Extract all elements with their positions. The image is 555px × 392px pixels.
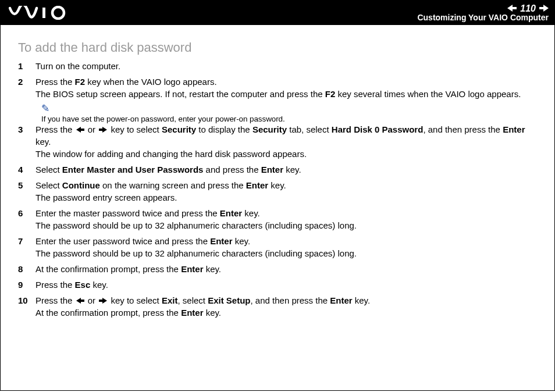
instruction-list: 1Turn on the computer.2Press the F2 key …: [18, 60, 536, 319]
note-block: ✎If you have set the power-on password, …: [18, 104, 536, 123]
note-text: If you have set the power-on password, e…: [41, 115, 536, 123]
page-title: To add the hard disk password: [18, 40, 536, 55]
instruction-step: 7Enter the user password twice and press…: [18, 235, 536, 259]
step-number: 7: [18, 235, 35, 247]
step-number: 10: [18, 294, 35, 307]
step-text: Enter the master password twice and pres…: [35, 207, 536, 231]
instruction-step: 9Press the Esc key.: [18, 279, 536, 291]
section-label: Customizing Your VAIO Computer: [417, 13, 549, 22]
instruction-step: 6Enter the master password twice and pre…: [18, 207, 536, 231]
page-number: 110: [520, 3, 536, 14]
svg-point-1: [52, 7, 64, 19]
pencil-icon: ✎: [41, 104, 536, 115]
step-number: 8: [18, 263, 35, 275]
vaio-logo: [9, 6, 73, 20]
step-number: 9: [18, 279, 35, 291]
step-text: Select Continue on the warning screen an…: [35, 179, 536, 204]
instruction-step: 1Turn on the computer.: [18, 60, 536, 72]
step-number: 6: [18, 207, 35, 219]
instruction-step: 2Press the F2 key when the VAIO logo app…: [18, 76, 536, 100]
instruction-step: 4Select Enter Master and User Passwords …: [18, 163, 536, 176]
step-text: Enter the user password twice and press …: [35, 235, 536, 259]
page-content: To add the hard disk password 1Turn on t…: [1, 25, 554, 334]
prev-page-icon[interactable]: [507, 5, 517, 12]
instruction-step: 10Press the or key to select Exit, selec…: [18, 294, 536, 319]
step-number: 4: [18, 163, 35, 176]
page-nav: 110 Customizing Your VAIO Computer: [417, 3, 549, 23]
step-text: At the confirmation prompt, press the En…: [35, 263, 536, 275]
step-text: Select Enter Master and User Passwords a…: [35, 163, 536, 176]
page-frame: 110 Customizing Your VAIO Computer To ad…: [0, 0, 555, 391]
step-number: 1: [18, 60, 35, 72]
step-text: Press the Esc key.: [35, 279, 536, 291]
instruction-step: 8At the confirmation prompt, press the E…: [18, 263, 536, 275]
instruction-step: 5Select Continue on the warning screen a…: [18, 179, 536, 204]
step-text: Press the or key to select Security to d…: [35, 123, 536, 160]
step-text: Press the or key to select Exit, select …: [35, 294, 536, 319]
instruction-step: 3Press the or key to select Security to …: [18, 123, 536, 160]
step-number: 2: [18, 76, 35, 88]
header-bar: 110 Customizing Your VAIO Computer: [1, 1, 554, 25]
next-page-icon[interactable]: [539, 5, 549, 12]
step-number: 5: [18, 179, 35, 191]
step-number: 3: [18, 123, 35, 136]
step-text: Turn on the computer.: [35, 60, 536, 72]
svg-rect-0: [42, 8, 45, 18]
step-text: Press the F2 key when the VAIO logo appe…: [35, 76, 536, 100]
